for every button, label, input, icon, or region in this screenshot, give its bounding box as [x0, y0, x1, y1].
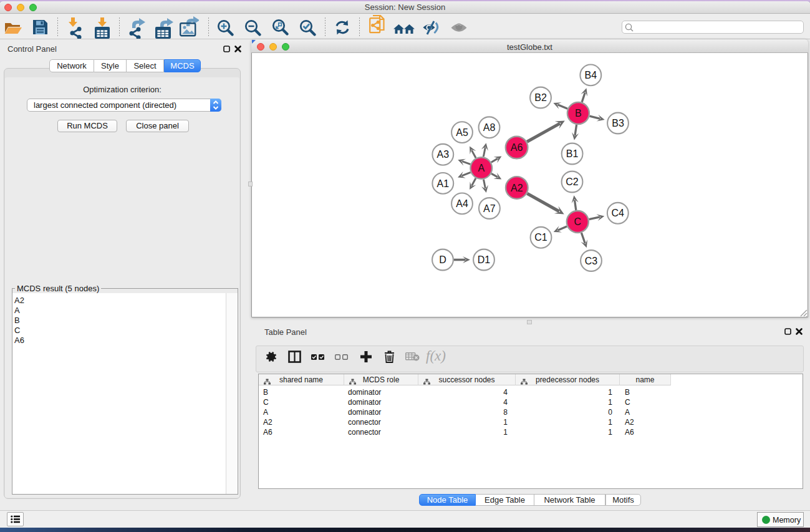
svg-text:A: A	[478, 163, 485, 173]
svg-text:C1: C1	[534, 232, 547, 243]
svg-text:A8: A8	[483, 122, 496, 133]
svg-text:A1: A1	[437, 178, 450, 189]
svg-text:D1: D1	[478, 254, 491, 265]
svg-text:C2: C2	[566, 177, 579, 187]
svg-text:C: C	[574, 216, 582, 227]
svg-text:B2: B2	[534, 92, 547, 103]
svg-text:A5: A5	[456, 127, 468, 138]
svg-text:B3: B3	[612, 118, 624, 128]
svg-text:B: B	[575, 108, 582, 118]
svg-text:A2: A2	[511, 183, 523, 193]
svg-text:A6: A6	[511, 142, 523, 153]
svg-text:A7: A7	[483, 203, 496, 214]
svg-text:C4: C4	[612, 208, 625, 218]
svg-text:B1: B1	[566, 148, 579, 159]
svg-text:D: D	[439, 254, 446, 265]
svg-text:B4: B4	[585, 70, 597, 80]
svg-text:A3: A3	[437, 149, 450, 160]
svg-text:A4: A4	[456, 198, 468, 209]
svg-text:C3: C3	[585, 256, 598, 266]
